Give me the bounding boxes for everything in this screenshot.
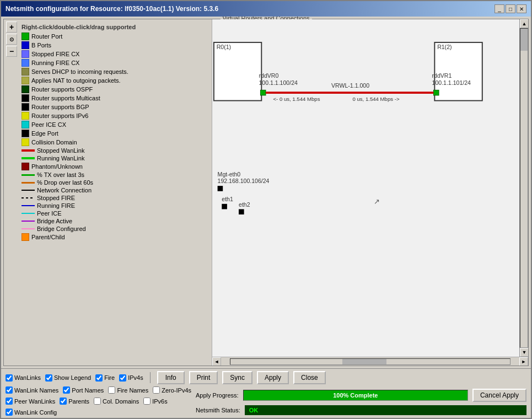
fire-checkbox-label[interactable]: Fire xyxy=(95,374,115,382)
wanlink-config-checkbox-label[interactable]: WanLink Config xyxy=(6,409,57,416)
checkbox-rows: WanLink Names Port Names Fire Names xyxy=(6,386,191,416)
toolbar-area: WanLinks Show Legend Fire IPv4s Info Pri… xyxy=(1,368,531,418)
mgt-eth0-label: Mgt-eth0 xyxy=(218,171,241,178)
network-canvas-container: R0(1) R1(2) rddVR0 100.1.1.100/24 xyxy=(212,19,528,366)
scroll-down-button[interactable]: ▼ xyxy=(520,348,528,357)
col-domains-checkbox[interactable] xyxy=(94,397,101,405)
scroll-track[interactable] xyxy=(520,28,528,348)
peer-ice-cx-color xyxy=(22,121,29,128)
ipv6-color xyxy=(22,112,29,120)
wanlink-names-checkbox-label[interactable]: WanLink Names xyxy=(6,386,58,394)
apply-progress-label: Apply Progress: xyxy=(196,392,239,399)
router-r0-box xyxy=(214,42,261,101)
zero-ipv4s-checkbox-label[interactable]: Zero-IPv4s xyxy=(153,386,191,394)
info-button[interactable]: Info xyxy=(157,371,185,384)
show-legend-checkbox[interactable] xyxy=(45,374,52,382)
scroll-up-button[interactable]: ▲ xyxy=(520,19,528,28)
toolbar-row-2: WanLink Names Port Names Fire Names xyxy=(6,386,191,394)
col-domains-checkbox-label[interactable]: Col. Domains xyxy=(94,397,139,405)
legend-item-ospf: Router supports OSPF xyxy=(22,85,209,93)
network-svg: R0(1) R1(2) rddVR0 100.1.1.100/24 xyxy=(212,19,519,357)
fire-names-checkbox-label[interactable]: Fire Names xyxy=(108,386,148,394)
router-r0-label: R0(1) xyxy=(217,44,231,50)
wanlinks-checkbox[interactable] xyxy=(6,374,13,382)
legend-item-b-ports: B Ports xyxy=(22,41,209,49)
stopped-fire-color xyxy=(22,197,35,198)
wanlink-right-stat: 0 us, 1.544 Mbps -> xyxy=(352,96,399,102)
close-button[interactable]: ✕ xyxy=(517,4,526,13)
ipv6s-label: IPv6s xyxy=(152,398,168,405)
zoom-out-button[interactable]: − xyxy=(6,46,17,57)
legend-item-peer-ice-cx: Peer ICE CX xyxy=(22,121,209,128)
legend-item-edge-port: Edge Port xyxy=(22,130,209,137)
progress-bar-container: 100% Complete xyxy=(243,390,468,401)
ipv6s-checkbox-label[interactable]: IPv6s xyxy=(143,397,168,405)
toolbar-row-4: WanLink Config xyxy=(6,409,191,416)
status-area: Apply Progress: 100% Complete Cancel App… xyxy=(196,388,526,415)
b-ports-color xyxy=(22,41,29,49)
ipv4s-checkbox[interactable] xyxy=(119,374,126,382)
peer-wanlinks-label: Peer WanLinks xyxy=(14,398,55,405)
scroll-thumb xyxy=(520,29,528,51)
scroll-right-button[interactable]: ► xyxy=(519,357,528,366)
maximize-button[interactable]: □ xyxy=(506,4,515,13)
peer-wanlinks-checkbox-label[interactable]: Peer WanLinks xyxy=(6,397,55,405)
network-canvas[interactable]: R0(1) R1(2) rddVR0 100.1.1.100/24 xyxy=(212,19,519,357)
cancel-apply-button[interactable]: Cancel Apply xyxy=(472,389,526,402)
r0-port-dot xyxy=(260,90,266,95)
port-names-checkbox-label[interactable]: Port Names xyxy=(63,386,104,394)
window-controls: _ □ ✕ xyxy=(495,4,526,13)
legend-item-bridge-active: Bridge Active xyxy=(22,218,209,224)
applies-nat-color xyxy=(22,77,29,84)
ipv4s-checkbox-label[interactable]: IPv4s xyxy=(119,374,143,382)
ospf-color xyxy=(22,85,29,93)
parents-checkbox-label[interactable]: Parents xyxy=(60,397,89,405)
canvas-area: + ⊙ − Right-click/double-click/drag supp… xyxy=(4,19,528,366)
parents-checkbox[interactable] xyxy=(60,397,67,405)
sync-button[interactable]: Sync xyxy=(222,371,252,384)
netsmith-status-value: OK xyxy=(249,407,259,413)
zero-ipv4s-checkbox[interactable] xyxy=(153,386,160,394)
zoom-fit-button[interactable]: ⊙ xyxy=(6,34,17,45)
serves-dhcp-color xyxy=(22,68,29,76)
mgt-eth0-dot xyxy=(218,186,223,191)
wanlink-label: VRWL-1.1.000 xyxy=(331,82,369,89)
legend-item-phantom: Phantom/Unknown xyxy=(22,163,209,170)
wanlink-config-checkbox[interactable] xyxy=(6,409,13,416)
network-connection-color xyxy=(22,190,35,191)
router-port-color xyxy=(22,33,29,40)
fire-names-checkbox[interactable] xyxy=(108,386,115,394)
peer-wanlinks-checkbox[interactable] xyxy=(6,397,13,405)
bridge-active-color xyxy=(22,221,35,222)
legend-item-bgp: Router supports BGP xyxy=(22,103,209,111)
show-legend-checkbox-label[interactable]: Show Legend xyxy=(45,374,91,382)
mgt-eth0-ip: 192.168.100.106/24 xyxy=(218,178,270,184)
wanlinks-checkbox-label[interactable]: WanLinks xyxy=(6,374,41,382)
apply-button[interactable]: Apply xyxy=(257,371,289,384)
print-button[interactable]: Print xyxy=(189,371,218,384)
zoom-controls: + ⊙ − xyxy=(4,19,19,366)
minimize-button[interactable]: _ xyxy=(495,4,504,13)
netsmith-status-label: Netsmith Status: xyxy=(196,407,240,413)
horizontal-scrollbar-track[interactable] xyxy=(230,358,510,365)
main-content: Virtual Routers and Connections + ⊙ − Ri… xyxy=(1,17,531,418)
legend-item-drop: % Drop over last 60s xyxy=(22,179,209,186)
eth2-label: eth2 xyxy=(239,201,250,208)
zoom-in-button[interactable]: + xyxy=(6,22,17,33)
port-names-checkbox[interactable] xyxy=(63,386,70,394)
edge-port-color xyxy=(22,130,29,137)
col-domains-label: Col. Domains xyxy=(103,398,139,405)
ipv6s-checkbox[interactable] xyxy=(143,397,151,405)
wanlink-config-label: WanLink Config xyxy=(14,409,57,416)
legend-item-running-fire: Running FIRE xyxy=(22,202,209,209)
scroll-left-button[interactable]: ◄ xyxy=(212,357,221,366)
fire-label: Fire xyxy=(104,374,115,381)
title-bar: Netsmith configuration for Resource: lf0… xyxy=(1,1,531,17)
fire-checkbox[interactable] xyxy=(95,374,103,382)
vr1-label: rddVR1 xyxy=(432,72,452,79)
legend-item-parent-child: Parent/Child xyxy=(22,233,209,241)
close-main-button[interactable]: Close xyxy=(293,371,326,384)
wanlink-names-checkbox[interactable] xyxy=(6,386,13,394)
toolbar-row-3: Peer WanLinks Parents Col. Domains xyxy=(6,397,191,405)
parents-label: Parents xyxy=(68,398,89,405)
